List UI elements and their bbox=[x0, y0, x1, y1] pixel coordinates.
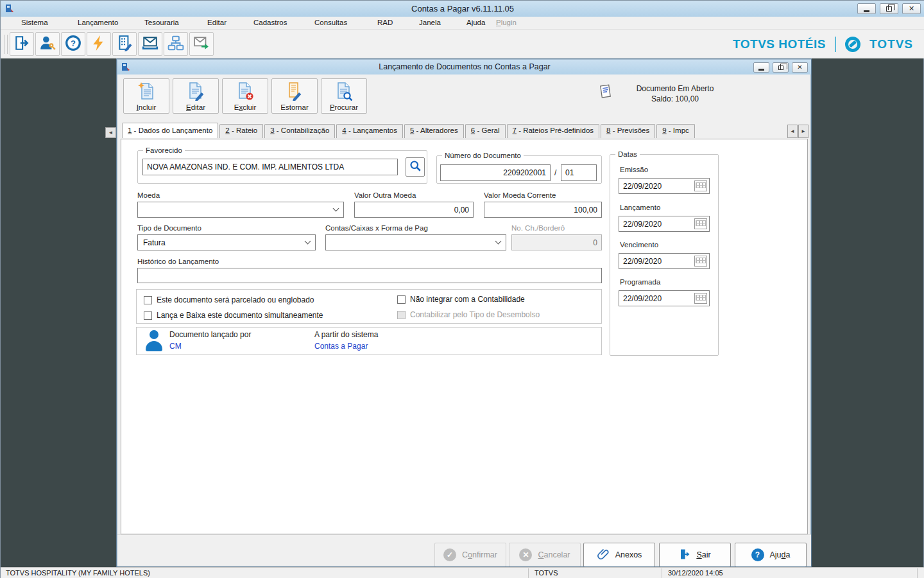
statusbar-divider bbox=[917, 568, 918, 578]
valor-outra-moeda-input[interactable] bbox=[354, 202, 474, 218]
brand-product-name: TOTVS HOTÉIS bbox=[733, 37, 826, 51]
historico-input[interactable] bbox=[137, 268, 602, 283]
procurar-button[interactable]: Procurar bbox=[321, 78, 367, 114]
calendar-icon[interactable] bbox=[694, 218, 707, 229]
dialog-lancamento-documentos: Lançamento de Documentos no Contas a Pag… bbox=[116, 58, 812, 567]
restore-button[interactable] bbox=[880, 3, 898, 14]
favorecido-input[interactable] bbox=[142, 159, 398, 175]
tab-rateios-pre-definidos[interactable]: 7 - Rateios Pré-definidos bbox=[507, 124, 600, 138]
org-chart-button[interactable] bbox=[164, 32, 188, 56]
statusbar-divider bbox=[662, 568, 662, 578]
checkbox-lanca-baixa-label: Lança e Baixa este documento simultaneam… bbox=[157, 311, 323, 320]
tipo-documento-select[interactable]: Fatura bbox=[137, 234, 316, 250]
statusbar-company-text: TOTVS HOSPITALITY (MY FAMILY HOTELS) bbox=[6, 569, 150, 577]
tab-geral[interactable]: 6 - Geral bbox=[465, 124, 506, 138]
calendar-icon[interactable] bbox=[694, 293, 707, 304]
checkbox-nao-integrar[interactable]: Não integrar com a Contabilidade bbox=[397, 295, 525, 304]
valor-outra-moeda-label: Valor Outra Moeda bbox=[354, 191, 416, 199]
contas-forma-pag-select[interactable] bbox=[325, 234, 506, 250]
checkbox-icon bbox=[144, 311, 152, 320]
favorecido-legend: Favorecido bbox=[143, 146, 185, 154]
dialog-restore-button[interactable] bbox=[773, 62, 789, 73]
tab-rateio[interactable]: 2 - Rateio bbox=[219, 124, 263, 138]
checkbox-parcelado[interactable]: Este documento será parcelado ou engloba… bbox=[144, 295, 314, 304]
checkbox-lanca-baixa[interactable]: Lança e Baixa este documento simultaneam… bbox=[144, 311, 323, 320]
menu-lancamento[interactable]: Lançamento bbox=[75, 18, 121, 27]
bordero-label: No. Ch./Borderô bbox=[511, 224, 565, 232]
ajuda-button[interactable]: ? Ajuda bbox=[735, 543, 807, 567]
dialog-close-button[interactable]: ✕ bbox=[792, 62, 808, 73]
moeda-select[interactable] bbox=[137, 202, 344, 218]
menu-cadastros[interactable]: Cadastros bbox=[251, 18, 289, 27]
mdi-scroll-left-button[interactable]: ◄ bbox=[105, 127, 116, 138]
estornar-button[interactable]: Estornar bbox=[271, 78, 318, 114]
notepad-icon bbox=[599, 83, 612, 104]
window-title: Contas a Pagar v6.11.11.05 bbox=[1, 4, 924, 13]
tab-scroll-right-button[interactable]: ► bbox=[798, 125, 809, 138]
valor-moeda-corrente-label: Valor Moeda Corrente bbox=[484, 191, 556, 199]
sair-button[interactable]: Sair bbox=[659, 543, 731, 567]
quick-access-button[interactable] bbox=[87, 32, 111, 56]
tab-lancamentos[interactable]: 4 - Lançamentos bbox=[336, 124, 403, 138]
checkbox-icon bbox=[397, 311, 406, 319]
numero-documento-input[interactable] bbox=[440, 164, 551, 181]
menu-rad[interactable]: RAD bbox=[375, 18, 395, 27]
excluir-button[interactable]: Excluir bbox=[222, 78, 268, 114]
chevron-down-icon bbox=[305, 238, 311, 245]
help-button[interactable]: ? bbox=[61, 32, 85, 56]
brand-area: TOTVS HOTÉIS TOTVS bbox=[733, 33, 913, 55]
help-icon: ? bbox=[65, 35, 81, 54]
statusbar-divider bbox=[528, 568, 529, 578]
emissao-label: Emissão bbox=[620, 166, 648, 173]
lancado-por-value: CM bbox=[169, 342, 182, 351]
programada-label: Programada bbox=[620, 278, 660, 286]
menu-sistema[interactable]: Sistema bbox=[19, 18, 51, 27]
valor-moeda-corrente-input[interactable] bbox=[484, 202, 602, 218]
user-permissions-button[interactable] bbox=[35, 32, 60, 56]
user-key-icon bbox=[39, 35, 56, 54]
minimize-button[interactable] bbox=[857, 3, 876, 14]
mail-inbox-button[interactable] bbox=[138, 32, 162, 56]
mail-send-button[interactable] bbox=[189, 32, 214, 56]
chevron-down-icon bbox=[495, 238, 502, 245]
dialog-footer: ✓ Confirmar ✕ Cancelar Anexos Sair ? Aju… bbox=[117, 534, 812, 567]
menu-tesouraria[interactable]: Tesouraria bbox=[142, 18, 182, 27]
checkbox-parcelado-label: Este documento será parcelado ou engloba… bbox=[157, 295, 314, 304]
datas-legend: Datas bbox=[615, 150, 640, 158]
menu-consultas[interactable]: Consultas bbox=[312, 18, 350, 27]
menu-janela[interactable]: Janela bbox=[416, 18, 443, 27]
tab-impostos[interactable]: 9 - Impc bbox=[656, 124, 695, 138]
mail-send-icon bbox=[193, 35, 210, 54]
lightning-icon bbox=[90, 35, 107, 54]
toolbar-grip bbox=[4, 35, 8, 54]
tab-contabilizacao[interactable]: 3 - Contabilização bbox=[264, 124, 335, 138]
favorecido-search-button[interactable] bbox=[406, 157, 425, 177]
calendar-icon[interactable] bbox=[694, 180, 707, 191]
exit-icon bbox=[679, 548, 690, 562]
parcela-input[interactable] bbox=[561, 164, 597, 181]
lancamento-label: Lançamento bbox=[620, 204, 660, 211]
editar-button[interactable]: Editar bbox=[173, 78, 219, 114]
logout-icon bbox=[13, 35, 30, 54]
dialog-minimize-button[interactable] bbox=[753, 62, 769, 73]
anexos-button[interactable]: Anexos bbox=[583, 543, 655, 567]
tab-dados-do-lancamento[interactable]: 1 - Dados do Lançamento bbox=[122, 123, 218, 138]
search-icon bbox=[409, 159, 422, 175]
menu-ajuda[interactable]: Ajuda bbox=[464, 18, 488, 27]
tab-previsoes[interactable]: 8 - Previsões bbox=[601, 124, 655, 138]
dialog-titlebar: Lançamento de Documentos no Contas a Pag… bbox=[117, 60, 812, 74]
logout-button[interactable] bbox=[10, 32, 34, 56]
lancamento-field bbox=[619, 216, 710, 232]
tab-scroll-left-button[interactable]: ◄ bbox=[787, 125, 798, 138]
tipo-documento-value: Fatura bbox=[143, 238, 166, 247]
close-button[interactable]: ✕ bbox=[902, 3, 921, 14]
tab-alteradores[interactable]: 5 - Alteradores bbox=[404, 124, 464, 138]
statusbar-brand-text: TOTVS bbox=[535, 569, 558, 577]
calendar-icon[interactable] bbox=[694, 256, 707, 267]
company-edit-button[interactable] bbox=[112, 32, 137, 56]
menu-editar[interactable]: Editar bbox=[205, 18, 229, 27]
sistema-origem-value: Contas a Pagar bbox=[314, 342, 368, 351]
numero-documento-legend: Número do Documento bbox=[442, 152, 524, 159]
programada-field bbox=[619, 290, 710, 306]
incluir-button[interactable]: Incluir bbox=[123, 78, 169, 114]
